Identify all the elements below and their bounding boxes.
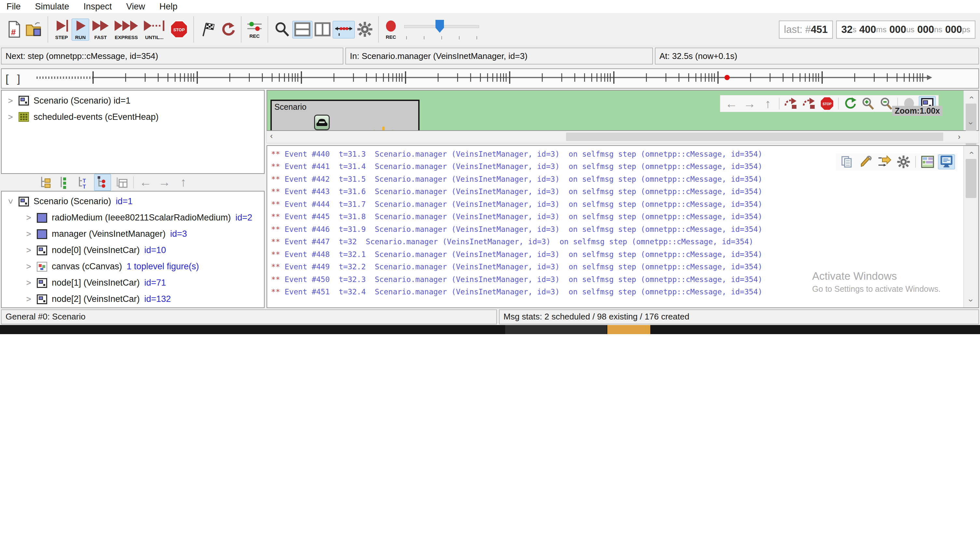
network-canvas[interactable]: Scenario node[0] bbox=[267, 91, 963, 130]
filter-log-button[interactable] bbox=[857, 154, 874, 169]
simtime-us-value: 000 bbox=[889, 24, 906, 35]
scroll-down-icon[interactable]: › bbox=[966, 116, 976, 131]
scrollbar-thumb[interactable] bbox=[966, 159, 977, 198]
log-vertical-scrollbar[interactable]: › › bbox=[963, 146, 978, 308]
menu-file[interactable]: File bbox=[6, 2, 21, 12]
tree-item-node1[interactable]: > node[1] (VeinsInetCar) id=71 bbox=[2, 275, 264, 291]
stop-button[interactable]: STOP bbox=[168, 19, 190, 40]
record-eventlog-button[interactable]: REC bbox=[245, 20, 264, 40]
message-view-button[interactable] bbox=[919, 154, 936, 169]
step-button[interactable]: STEP bbox=[51, 19, 72, 41]
chevron-right-icon[interactable]: > bbox=[25, 294, 32, 304]
timeline-toggle-button[interactable] bbox=[332, 21, 355, 38]
submodule-node0[interactable]: node[0] bbox=[313, 115, 330, 130]
log-line: ** Event #445 t=31.8 Scenario.manager (V… bbox=[271, 211, 978, 223]
zoom-in-button[interactable] bbox=[859, 96, 877, 111]
load-ned-button[interactable] bbox=[24, 20, 44, 40]
tree-item-scenario[interactable]: > Scenario (Scenario) id=1 bbox=[2, 93, 264, 109]
menu-view[interactable]: View bbox=[126, 2, 145, 12]
menu-simulate[interactable]: Simulate bbox=[35, 2, 69, 12]
chevron-right-icon[interactable]: > bbox=[25, 262, 32, 271]
tree-mode-flat-button[interactable] bbox=[56, 174, 73, 191]
go-up-button[interactable]: ↑ bbox=[759, 96, 776, 111]
tree-item-node2[interactable]: > node[2] (VeinsInetCar) id=132 bbox=[2, 291, 264, 308]
tree-item-canvas[interactable]: > canvas (cCanvas) 1 toplevel figure(s) bbox=[2, 258, 264, 275]
next-event-field: Next: step (omnetpp::cMessage, id=354) bbox=[1, 48, 344, 64]
tree-item-node0[interactable]: > node[0] (VeinsInetCar) id=10 bbox=[2, 242, 264, 258]
tree-item-scenario-root[interactable]: > Scenario (Scenario) id=1 bbox=[2, 193, 264, 210]
scroll-up-icon[interactable]: › bbox=[966, 145, 976, 160]
scrollbar-thumb[interactable] bbox=[566, 132, 943, 141]
inspector-toolbar: TT ← → ↑ bbox=[1, 174, 265, 191]
canvas-vertical-scrollbar[interactable]: › › bbox=[963, 91, 978, 130]
scenario-module-box[interactable]: Scenario node[0] bbox=[270, 100, 420, 130]
chevron-right-icon[interactable]: > bbox=[25, 229, 32, 239]
tree-item-scheduled-events[interactable]: > scheduled-events (cEventHeap) bbox=[2, 109, 264, 125]
canvas-horizontal-scrollbar[interactable]: › › bbox=[267, 131, 979, 143]
run-until-module-button[interactable] bbox=[782, 96, 799, 111]
horizontal-layout-button[interactable] bbox=[292, 21, 312, 38]
tree-mode-children-button[interactable] bbox=[94, 174, 111, 191]
chevron-right-icon[interactable]: > bbox=[7, 96, 14, 106]
speed-slider-handle[interactable] bbox=[436, 20, 444, 33]
restart-icon bbox=[220, 21, 235, 39]
taskbar-edge bbox=[0, 325, 980, 334]
forward-button[interactable]: → bbox=[156, 174, 173, 191]
go-up-button[interactable]: ↑ bbox=[175, 174, 192, 191]
record-eventlog-label: REC bbox=[249, 33, 260, 39]
tree-item-id: id=10 bbox=[144, 245, 166, 255]
car-icon[interactable] bbox=[314, 115, 330, 130]
scroll-down-icon[interactable]: › bbox=[966, 293, 976, 308]
menu-help[interactable]: Help bbox=[159, 2, 178, 12]
msg-stats-field: Msg stats: 2 scheduled / 98 existing / 1… bbox=[499, 310, 979, 324]
relayout-button[interactable] bbox=[842, 96, 858, 111]
copy-button[interactable] bbox=[838, 154, 855, 169]
chevron-right-icon[interactable]: > bbox=[7, 112, 14, 122]
record-video-button[interactable]: REC bbox=[382, 19, 400, 40]
record-dot-icon bbox=[384, 20, 398, 35]
stop-icon: STOP bbox=[170, 20, 188, 40]
speed-slider[interactable] bbox=[404, 19, 479, 40]
chevron-right-icon[interactable]: > bbox=[25, 278, 32, 288]
vertical-layout-button[interactable] bbox=[312, 21, 332, 38]
inifile-icon: # bbox=[6, 21, 21, 39]
forward-button[interactable]: → bbox=[741, 96, 758, 111]
fast-button[interactable]: FAST bbox=[89, 19, 112, 41]
back-button[interactable]: ← bbox=[137, 174, 154, 191]
tree-mode-inheritance-button[interactable]: TT bbox=[75, 174, 92, 191]
stop-button[interactable]: STOP bbox=[819, 96, 835, 111]
scenario-module-label: Scenario bbox=[274, 102, 307, 112]
event-timeline[interactable]: [] bbox=[1, 69, 979, 89]
inspect-as-object-button[interactable] bbox=[113, 174, 130, 191]
log-settings-button[interactable] bbox=[895, 154, 912, 169]
fast-icon bbox=[91, 20, 110, 35]
back-button[interactable]: ← bbox=[723, 96, 740, 111]
compound-module-icon bbox=[37, 278, 47, 288]
find-objects-button[interactable] bbox=[272, 19, 292, 40]
express-label: EXPRESS bbox=[115, 35, 138, 40]
chevron-right-icon[interactable]: > bbox=[25, 245, 32, 255]
scroll-right-icon[interactable]: › bbox=[958, 132, 961, 141]
finish-button[interactable] bbox=[197, 20, 217, 40]
tree-item-radiomedium[interactable]: > radioMedium (Ieee80211ScalarRadioMediu… bbox=[2, 210, 264, 226]
filter-messages-button[interactable] bbox=[876, 154, 893, 169]
restart-button[interactable] bbox=[217, 20, 238, 40]
step-label: STEP bbox=[55, 35, 68, 40]
until-button[interactable]: UNTIL... bbox=[141, 19, 168, 41]
tree-item-manager[interactable]: > manager (VeinsInetManager) id=3 bbox=[2, 226, 264, 242]
fast-until-module-button[interactable] bbox=[800, 96, 817, 111]
scroll-up-icon[interactable]: › bbox=[966, 90, 976, 105]
tree-item-label: Scenario (Scenario) id=1 bbox=[33, 96, 130, 106]
menu-inspect[interactable]: Inspect bbox=[84, 2, 112, 12]
chevron-right-icon[interactable]: > bbox=[25, 213, 32, 223]
setup-inifile-button[interactable]: # bbox=[5, 19, 24, 40]
preferences-button[interactable] bbox=[355, 20, 375, 40]
chevron-down-icon[interactable]: > bbox=[6, 198, 16, 205]
express-button[interactable]: EXPRESS bbox=[112, 19, 141, 41]
submodule-radiomedium[interactable] bbox=[369, 126, 398, 130]
tree-mode-grouped-button[interactable] bbox=[37, 174, 54, 191]
log-view-button[interactable] bbox=[938, 154, 955, 169]
run-button[interactable]: RUN bbox=[72, 19, 89, 41]
scroll-left-icon[interactable]: › bbox=[270, 132, 273, 141]
simtime-ns-unit: ns bbox=[934, 25, 942, 34]
